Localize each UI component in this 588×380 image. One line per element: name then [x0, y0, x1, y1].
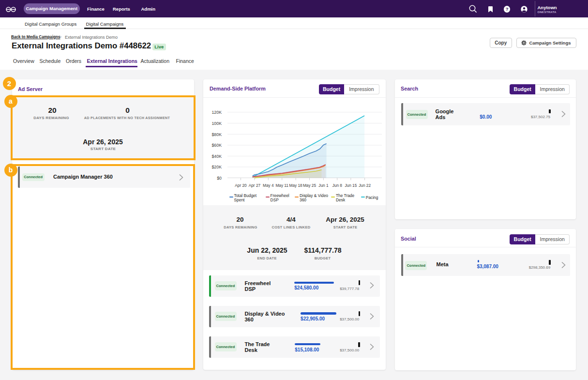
svg-text:Jun 1: Jun 1	[318, 183, 329, 188]
svg-text:$60K: $60K	[211, 143, 222, 148]
svg-text:$80K: $80K	[211, 132, 222, 137]
svg-text:May 25: May 25	[303, 183, 317, 188]
svg-text:Apr 27: Apr 27	[249, 183, 261, 188]
svg-text:Jun 15: Jun 15	[345, 183, 357, 188]
svg-text:Jun 8: Jun 8	[332, 183, 343, 188]
svg-text:May 11: May 11	[275, 183, 288, 188]
svg-text:100K: 100K	[211, 121, 222, 125]
svg-text:120K: 120K	[211, 110, 222, 115]
svg-text:$0: $0	[217, 175, 222, 180]
svg-text:$40K: $40K	[211, 153, 222, 158]
svg-text:Apr 20: Apr 20	[235, 183, 247, 188]
svg-text:$20K: $20K	[211, 165, 222, 169]
svg-text:May 4: May 4	[263, 183, 274, 188]
svg-text:Jun 22: Jun 22	[359, 183, 371, 188]
svg-text:May 18: May 18	[289, 183, 302, 188]
